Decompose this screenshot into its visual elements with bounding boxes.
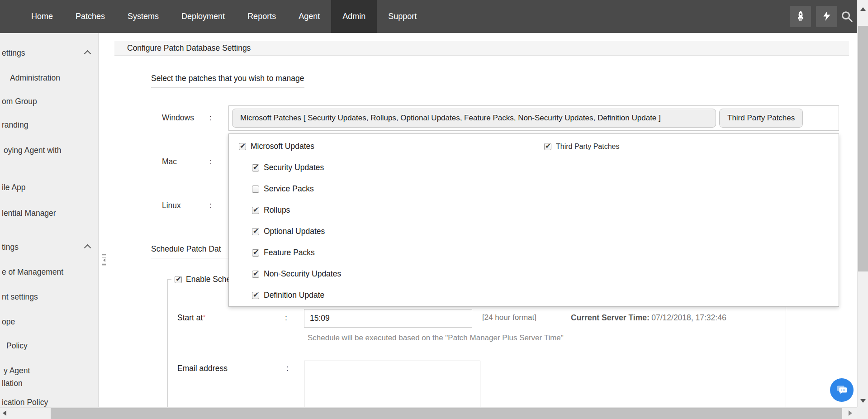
nav-item-support[interactable]: Support — [377, 0, 428, 33]
mac-label: Mac — [162, 157, 177, 167]
sidebar: ettings Administration om Group randing … — [0, 33, 99, 407]
nav-item-patches[interactable]: Patches — [64, 0, 116, 33]
option-label[interactable]: Third Party Patches — [556, 143, 620, 151]
non-security-updates-checkbox[interactable] — [252, 271, 259, 278]
nav-item-systems[interactable]: Systems — [116, 0, 170, 33]
scroll-right-arrow[interactable] — [849, 410, 852, 416]
windows-label: Windows — [162, 113, 194, 123]
microsoft-updates-checkbox[interactable] — [239, 143, 246, 150]
sidebar-item-mobile-app[interactable]: ile App — [2, 183, 26, 192]
scroll-down-arrow[interactable] — [860, 399, 866, 403]
patch-select-heading: Select the patches that you wish to mana… — [151, 74, 304, 88]
nav-item-agent[interactable]: Agent — [287, 0, 331, 33]
colon: : — [209, 157, 212, 167]
sidebar-item-branding[interactable]: randing — [2, 120, 28, 130]
rocket-button[interactable] — [790, 6, 811, 27]
option-non-security-updates: Non-Security Updates — [229, 263, 839, 285]
option-label[interactable]: Rollups — [264, 205, 290, 215]
option-optional-updates: Optional Updates — [229, 221, 839, 242]
optional-updates-checkbox[interactable] — [252, 228, 259, 235]
option-label[interactable]: Definition Update — [264, 290, 324, 300]
sidebar-item-agent-settings[interactable]: nt settings — [2, 292, 38, 302]
option-label[interactable]: Service Packs — [264, 184, 314, 194]
chevron-up-icon[interactable] — [84, 50, 91, 57]
sidebar-item-settings-2[interactable]: tings — [2, 243, 19, 252]
scroll-left-arrow[interactable] — [3, 410, 6, 416]
sidebar-item-settings[interactable]: ettings — [2, 48, 25, 58]
sidebar-item-administration[interactable]: Administration — [10, 73, 60, 83]
top-nav: Home Patches Systems Deployment Reports … — [0, 0, 857, 33]
sidebar-item-credential-manager[interactable]: lential Manager — [2, 209, 56, 218]
colon: : — [209, 113, 212, 123]
vertical-scrollbar-thumb[interactable] — [858, 26, 868, 271]
nav-item-deployment[interactable]: Deployment — [170, 0, 236, 33]
sidebar-item-deploy-agent-line1[interactable]: y Agent — [4, 366, 30, 376]
option-third-party-patches: Third Party Patches — [544, 136, 620, 157]
sidebar-item-policy[interactable]: Policy — [6, 341, 28, 351]
colon: : — [209, 201, 212, 210]
horizontal-scrollbar-thumb[interactable] — [51, 408, 842, 419]
option-feature-packs: Feature Packs — [229, 242, 839, 263]
option-security-updates: Security Updates — [229, 157, 839, 178]
service-packs-checkbox[interactable] — [252, 186, 259, 193]
rollups-checkbox[interactable] — [252, 207, 259, 214]
option-label[interactable]: Microsoft Updates — [251, 142, 314, 151]
flash-icon — [821, 10, 832, 23]
sidebar-resize-handle[interactable] — [101, 250, 107, 271]
linux-label: Linux — [162, 201, 181, 210]
sidebar-item-custom-group[interactable]: om Group — [2, 97, 37, 106]
nav-item-home[interactable]: Home — [20, 0, 64, 33]
microsoft-patches-button[interactable]: Microsoft Patches [ Security Updates, Ro… — [232, 109, 716, 128]
sidebar-item-deploy-agent-line2[interactable]: llation — [2, 379, 23, 388]
chat-button[interactable] — [830, 378, 854, 402]
nav-item-reports[interactable]: Reports — [236, 0, 287, 33]
collapse-left-icon — [103, 258, 105, 262]
nav-item-admin[interactable]: Admin — [331, 0, 377, 33]
chat-bubbles-icon — [835, 382, 849, 398]
option-rollups: Rollups — [229, 200, 839, 221]
enable-schedule-row: Enable Sche — [171, 275, 234, 284]
third-party-patches-checkbox[interactable] — [544, 143, 551, 150]
search-button[interactable] — [839, 10, 854, 24]
sidebar-item-scope-of-management[interactable]: e of Management — [2, 267, 63, 277]
page-header: Configure Patch Database Settings — [114, 41, 849, 56]
page-title: Configure Patch Database Settings — [114, 41, 849, 55]
third-party-patches-button[interactable]: Third Party Patches — [719, 109, 803, 128]
scrollbar-corner — [857, 407, 868, 419]
rocket-icon — [795, 10, 806, 24]
scroll-up-arrow[interactable] — [860, 7, 866, 11]
sidebar-item-scope[interactable]: ope — [2, 317, 15, 327]
flash-button[interactable] — [816, 6, 837, 27]
search-icon — [840, 10, 854, 25]
option-label[interactable]: Feature Packs — [264, 248, 315, 257]
patch-type-dropdown: Microsoft Updates Security Updates Servi… — [228, 133, 839, 307]
sidebar-item-application-policy[interactable]: ication Policy — [2, 398, 48, 407]
enable-schedule-label[interactable]: Enable Sche — [186, 275, 231, 284]
enable-schedule-checkbox[interactable] — [175, 276, 182, 283]
chevron-up-icon[interactable] — [84, 244, 91, 252]
option-label[interactable]: Optional Updates — [264, 227, 325, 236]
definition-update-checkbox[interactable] — [252, 292, 259, 299]
vertical-scrollbar — [857, 0, 868, 419]
option-label[interactable]: Non-Security Updates — [264, 269, 341, 279]
option-definition-update: Definition Update — [229, 285, 839, 306]
option-microsoft-updates: Microsoft Updates — [229, 136, 839, 157]
feature-packs-checkbox[interactable] — [252, 249, 259, 257]
sidebar-item-deploying-agent[interactable]: oying Agent with — [4, 146, 61, 155]
option-label[interactable]: Security Updates — [264, 163, 324, 172]
security-updates-checkbox[interactable] — [252, 164, 259, 171]
option-service-packs: Service Packs — [229, 178, 839, 200]
horizontal-scrollbar — [0, 407, 857, 419]
